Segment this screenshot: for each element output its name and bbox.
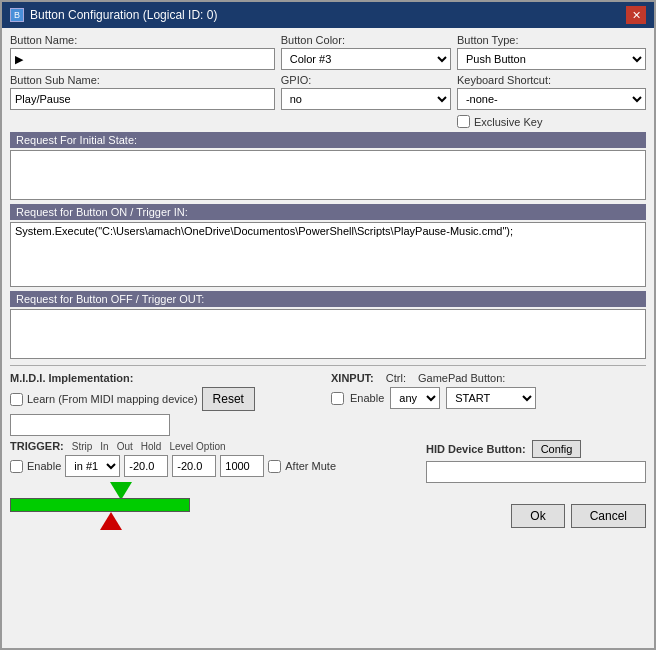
button-sub-name-group: Button Sub Name: — [10, 74, 275, 110]
button-off-textarea[interactable] — [10, 309, 646, 359]
row-2: Button Sub Name: GPIO: no yes Keyboard S… — [10, 74, 646, 128]
button-type-select[interactable]: Push Button Toggle Button Flash Button — [457, 48, 646, 70]
xinput-enable-label: Enable — [350, 392, 384, 404]
button-sub-name-input[interactable] — [10, 88, 275, 110]
level-bar-green — [10, 498, 190, 512]
trigger-strip-label: Strip — [72, 441, 93, 452]
button-name-input[interactable] — [10, 48, 275, 70]
button-on-header: Request for Button ON / Trigger IN: — [10, 204, 646, 220]
trigger-hid-section: TRIGGER: Strip In Out Hold Level Option … — [10, 440, 646, 528]
trigger-out-label: Out — [117, 441, 133, 452]
xinput-header-row: XINPUT: Ctrl: GamePad Button: — [331, 372, 646, 384]
button-type-label: Button Type: — [457, 34, 646, 46]
trigger-header-row: TRIGGER: Strip In Out Hold Level Option — [10, 440, 420, 452]
hid-value-input[interactable] — [426, 461, 646, 483]
initial-state-section: Request For Initial State: — [10, 132, 646, 200]
button-off-header: Request for Button OFF / Trigger OUT: — [10, 291, 646, 307]
button-on-textarea[interactable]: System.Execute("C:\Users\amach\OneDrive\… — [10, 222, 646, 287]
xinput-section: XINPUT: Ctrl: GamePad Button: Enable any… — [331, 372, 646, 409]
separator-1 — [10, 365, 646, 366]
trigger-enable-label: Enable — [27, 460, 61, 472]
action-buttons-row: Ok Cancel — [426, 504, 646, 528]
initial-state-textarea[interactable] — [10, 150, 646, 200]
xinput-ctrl-label: Ctrl: — [386, 372, 406, 384]
button-sub-name-label: Button Sub Name: — [10, 74, 275, 86]
trigger-after-mute-label: After Mute — [285, 460, 336, 472]
button-color-label: Button Color: — [281, 34, 451, 46]
midi-learn-checkbox[interactable] — [10, 393, 23, 406]
up-arrow — [100, 512, 122, 533]
gpio-group: GPIO: no yes — [281, 74, 451, 110]
main-window: B Button Configuration (Logical ID: 0) ✕… — [0, 0, 656, 650]
xinput-gamepad-select[interactable]: START SELECTABXY — [446, 387, 536, 409]
hid-header-row: HID Device Button: Config — [426, 440, 646, 458]
trigger-after-mute-checkbox[interactable] — [268, 460, 281, 473]
trigger-controls-row: Enable in #1 in #2 After Mute — [10, 455, 420, 477]
button-off-section: Request for Button OFF / Trigger OUT: — [10, 291, 646, 359]
close-button[interactable]: ✕ — [626, 6, 646, 24]
keyboard-shortcut-group: Keyboard Shortcut: -none- Exclusive Key — [457, 74, 646, 128]
trigger-in-input[interactable] — [124, 455, 168, 477]
trigger-enable-checkbox[interactable] — [10, 460, 23, 473]
exclusive-key-label: Exclusive Key — [474, 116, 542, 128]
initial-state-header: Request For Initial State: — [10, 132, 646, 148]
button-name-label: Button Name: — [10, 34, 275, 46]
titlebar-left: B Button Configuration (Logical ID: 0) — [10, 8, 217, 22]
cancel-button[interactable]: Cancel — [571, 504, 646, 528]
titlebar-title: Button Configuration (Logical ID: 0) — [30, 8, 217, 22]
trigger-label: TRIGGER: — [10, 440, 64, 452]
exclusive-key-row: Exclusive Key — [457, 115, 646, 128]
midi-label: M.I.D.I. Implementation: — [10, 372, 325, 384]
button-name-group: Button Name: — [10, 34, 275, 70]
midi-xinput-section: M.I.D.I. Implementation: Learn (From MID… — [10, 372, 646, 436]
titlebar-icon: B — [10, 8, 24, 22]
midi-section-left: M.I.D.I. Implementation: Learn (From MID… — [10, 372, 325, 436]
titlebar: B Button Configuration (Logical ID: 0) ✕ — [2, 2, 654, 28]
exclusive-key-checkbox[interactable] — [457, 115, 470, 128]
xinput-ctrl-select[interactable]: any 1234 — [390, 387, 440, 409]
trigger-hold-label: Hold — [141, 441, 162, 452]
button-color-select[interactable]: Color #3 Color #1 Color #2 Color #4 — [281, 48, 451, 70]
button-color-group: Button Color: Color #3 Color #1 Color #2… — [281, 34, 451, 70]
keyboard-shortcut-select[interactable]: -none- — [457, 88, 646, 110]
midi-value-input[interactable] — [10, 414, 170, 436]
button-type-group: Button Type: Push Button Toggle Button F… — [457, 34, 646, 70]
xinput-label: XINPUT: — [331, 372, 374, 384]
gpio-label: GPIO: — [281, 74, 451, 86]
xinput-enable-checkbox[interactable] — [331, 392, 344, 405]
xinput-gamepad-label: GamePad Button: — [418, 372, 505, 384]
content-area: Button Name: Button Color: Color #3 Colo… — [2, 28, 654, 648]
xinput-controls-row: Enable any 1234 START SELECTABXY — [331, 387, 646, 409]
level-indicator — [10, 482, 420, 522]
ok-button[interactable]: Ok — [511, 504, 564, 528]
trigger-hold-input[interactable] — [220, 455, 264, 477]
svg-marker-1 — [100, 512, 122, 530]
hid-section: HID Device Button: Config Ok Cancel — [426, 440, 646, 528]
midi-reset-button[interactable]: Reset — [202, 387, 255, 411]
hid-config-button[interactable]: Config — [532, 440, 582, 458]
hid-label: HID Device Button: — [426, 443, 526, 455]
keyboard-shortcut-label: Keyboard Shortcut: — [457, 74, 646, 86]
gpio-select[interactable]: no yes — [281, 88, 451, 110]
trigger-strip-select[interactable]: in #1 in #2 — [65, 455, 120, 477]
trigger-level-label: Level Option — [169, 441, 225, 452]
midi-learn-label: Learn (From MIDI mapping device) — [27, 393, 198, 405]
row-1: Button Name: Button Color: Color #3 Colo… — [10, 34, 646, 70]
trigger-out-input[interactable] — [172, 455, 216, 477]
midi-learn-row: Learn (From MIDI mapping device) Reset — [10, 387, 325, 411]
trigger-in-label: In — [100, 441, 108, 452]
trigger-section-left: TRIGGER: Strip In Out Hold Level Option … — [10, 440, 420, 522]
button-on-section: Request for Button ON / Trigger IN: Syst… — [10, 204, 646, 287]
